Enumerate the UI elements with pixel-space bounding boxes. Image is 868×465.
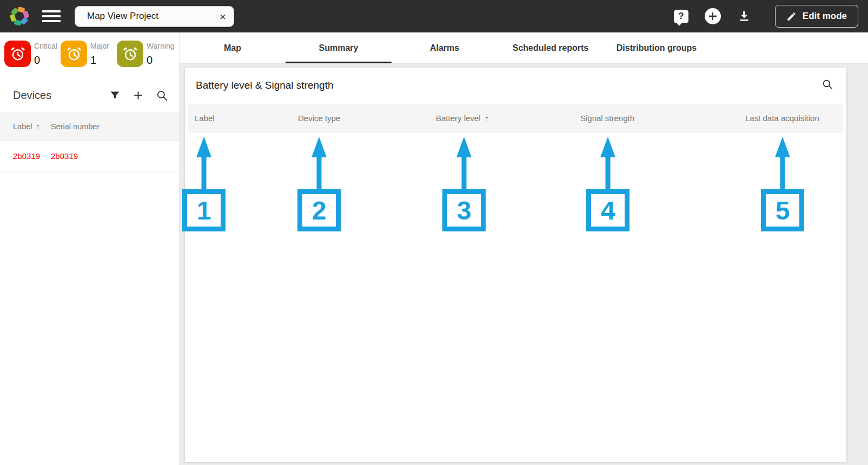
tab-distribution-groups[interactable]: Distribution groups xyxy=(604,32,710,63)
devices-toolbar xyxy=(109,89,168,102)
summary-content: Battery level & Signal strength Label De… xyxy=(180,64,868,465)
tab-map[interactable]: Map xyxy=(180,32,286,63)
pencil-icon xyxy=(786,11,797,22)
alarm-badge-critical[interactable]: Critical 0 xyxy=(4,41,61,67)
alarm-label: Critical xyxy=(34,42,57,50)
annotation-number: 3 xyxy=(442,189,486,231)
alarm-texts: Major 1 xyxy=(87,41,109,67)
alarm-clock-icon xyxy=(4,41,31,67)
annotation-number: 1 xyxy=(182,189,226,231)
edit-mode-label: Edit mode xyxy=(803,11,847,22)
column-header-battery-level[interactable]: Battery level ↑ xyxy=(436,104,489,132)
top-bar: × ? Edit mode xyxy=(0,0,868,32)
app-logo-icon xyxy=(9,5,30,27)
annotation-marker-5: 5 xyxy=(760,137,805,231)
column-label-text: Battery level xyxy=(436,104,481,132)
arrow-up-icon xyxy=(442,137,486,189)
column-label-text: Label xyxy=(13,122,32,131)
arrow-up-icon xyxy=(182,137,226,189)
add-icon[interactable] xyxy=(705,8,721,24)
clear-project-icon[interactable]: × xyxy=(217,11,228,22)
column-label-text: Last data acquisition xyxy=(745,104,819,132)
arrow-up-icon xyxy=(586,137,630,189)
download-icon[interactable] xyxy=(737,9,751,23)
column-header-label[interactable]: Label ↑ xyxy=(0,122,51,131)
main-area: Map Summary Alarms Scheduled reports Dis… xyxy=(180,32,868,465)
tab-scheduled-reports[interactable]: Scheduled reports xyxy=(498,32,604,63)
alarm-count: 0 xyxy=(34,54,57,67)
alarm-clock-icon xyxy=(61,41,87,67)
annotation-number: 4 xyxy=(586,189,630,231)
device-row[interactable]: 2b0319 2b0319 xyxy=(0,141,179,171)
alarm-label: Major xyxy=(90,42,109,50)
alarm-label: Warning xyxy=(147,42,175,50)
devices-header: Devices xyxy=(0,83,179,107)
annotation-marker-4: 4 xyxy=(586,137,630,231)
annotation-marker-2: 2 xyxy=(297,137,341,231)
devices-table-header: Label ↑ Serial number xyxy=(0,112,179,141)
alarm-count: 1 xyxy=(90,54,109,67)
add-device-icon[interactable] xyxy=(132,89,144,102)
annotation-number: 5 xyxy=(761,189,804,231)
sort-ascending-icon: ↑ xyxy=(485,104,489,132)
tab-summary[interactable]: Summary xyxy=(286,32,392,63)
tab-alarms[interactable]: Alarms xyxy=(392,32,498,63)
annotation-marker-3: 3 xyxy=(442,137,486,231)
device-label-cell: 2b0319 xyxy=(0,151,51,161)
device-serial-cell: 2b0319 xyxy=(51,151,78,161)
search-widget-icon[interactable] xyxy=(821,78,833,90)
battery-signal-widget: Battery level & Signal strength Label De… xyxy=(185,68,846,462)
annotation-number: 2 xyxy=(297,189,341,231)
menu-icon[interactable] xyxy=(42,8,61,25)
alarm-badge-major[interactable]: Major 1 xyxy=(61,41,117,67)
devices-title: Devices xyxy=(13,89,109,102)
help-icon[interactable]: ? xyxy=(674,10,688,23)
filter-icon[interactable] xyxy=(109,90,121,101)
column-label-text: Signal strength xyxy=(580,104,634,132)
alarm-texts: Warning 0 xyxy=(143,41,175,67)
widget-title: Battery level & Signal strength xyxy=(196,79,334,91)
alarm-clock-icon xyxy=(117,41,143,67)
tab-bar: Map Summary Alarms Scheduled reports Dis… xyxy=(180,32,868,64)
alarm-texts: Critical 0 xyxy=(31,41,57,67)
topbar-actions: ? Edit mode xyxy=(674,5,858,28)
sort-ascending-icon: ↑ xyxy=(36,122,40,131)
column-header-signal-strength[interactable]: Signal strength xyxy=(580,104,634,132)
column-label-text: Label xyxy=(195,104,215,132)
alarm-badge-warning[interactable]: Warning 0 xyxy=(117,41,173,67)
column-header-label[interactable]: Label xyxy=(195,104,215,132)
arrow-up-icon xyxy=(761,137,804,189)
column-header-last-data-acquisition[interactable]: Last data acquisition xyxy=(745,104,819,132)
alarm-count: 0 xyxy=(147,54,175,67)
search-devices-icon[interactable] xyxy=(156,89,168,102)
annotation-marker-1: 1 xyxy=(182,137,226,231)
project-name-input[interactable] xyxy=(87,11,217,22)
column-header-serial-number[interactable]: Serial number xyxy=(51,122,100,131)
edit-mode-button[interactable]: Edit mode xyxy=(775,5,858,28)
arrow-up-icon xyxy=(297,137,341,189)
alarm-summary: Critical 0 Major 1 xyxy=(0,32,179,67)
column-header-device-type[interactable]: Device type xyxy=(298,104,340,132)
column-label-text: Device type xyxy=(298,104,340,132)
devices-sidebar: Critical 0 Major 1 xyxy=(0,32,180,465)
project-name-pill: × xyxy=(75,6,234,27)
